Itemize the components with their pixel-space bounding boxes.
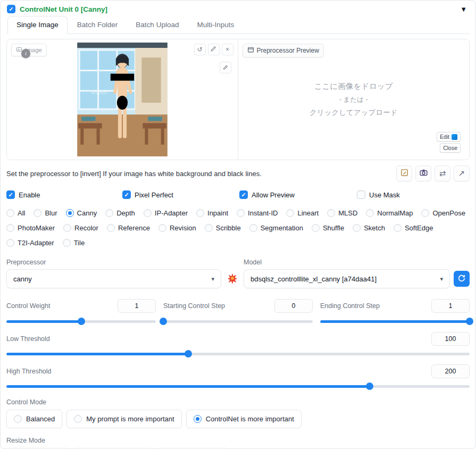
edit-button-label: Edit [440, 134, 449, 140]
radio-icon [107, 224, 115, 232]
preprocessor-label: Preprocessor [6, 259, 221, 266]
control-type-option[interactable]: Canny [66, 209, 97, 217]
tab[interactable]: Multi-Inputs [188, 16, 243, 34]
control-type-option[interactable]: Depth [105, 209, 135, 217]
high-threshold-slider[interactable] [6, 383, 470, 390]
control-type-label: PhotoMaker [18, 224, 55, 232]
clear-image-button[interactable]: × [222, 44, 233, 55]
low-threshold-block: Low Threshold [6, 332, 470, 357]
slider-handle[interactable] [466, 318, 473, 325]
control-type-label: Reference [118, 224, 150, 232]
mirror-webcam-button[interactable]: ⇄ [435, 165, 450, 181]
toggle-option[interactable]: Pixel Perfect [122, 190, 239, 199]
send-dimensions-button[interactable]: ↗ [454, 165, 470, 181]
control-type-label: OpenPose [432, 209, 465, 217]
control-mode-option[interactable]: Balanced [6, 410, 62, 428]
close-button-label: Close [443, 145, 457, 151]
control-type-option[interactable]: Revision [158, 224, 196, 232]
control-type-label: Canny [77, 209, 97, 217]
starting-step-input[interactable] [274, 299, 313, 313]
watermark-text: artdash [91, 90, 107, 95]
input-image-placeholder: artdash [77, 43, 168, 156]
undo-button[interactable]: ↺ [194, 44, 206, 55]
new-canvas-button[interactable] [396, 165, 412, 181]
control-type-option[interactable]: Inpaint [196, 209, 228, 217]
control-type-option[interactable]: Scribble [205, 224, 241, 232]
control-mode-option[interactable]: My prompt is more important [66, 410, 181, 428]
refresh-models-button[interactable] [454, 271, 470, 287]
info-icon[interactable]: i [21, 49, 30, 58]
radio-icon [63, 239, 71, 247]
input-image[interactable]: artdash [77, 43, 168, 156]
control-type-option[interactable]: Sketch [353, 224, 385, 232]
control-type-option[interactable]: Reference [107, 224, 150, 232]
control-type-option[interactable]: MLSD [327, 209, 357, 217]
brush-button[interactable] [220, 62, 231, 73]
control-type-option[interactable]: PhotoMaker [6, 224, 55, 232]
control-mode-option[interactable]: ControlNet is more important [186, 410, 302, 428]
control-type-option[interactable]: All [6, 209, 25, 217]
starting-step-slider[interactable] [163, 318, 313, 325]
control-mode-option-label: ControlNet is more important [206, 415, 294, 423]
toggle-option[interactable]: Allow Preview [239, 190, 357, 199]
control-type-option[interactable]: SoftEdge [394, 224, 433, 232]
edit-image-button[interactable] [208, 44, 220, 55]
slider-handle[interactable] [160, 318, 167, 325]
radio-icon [63, 224, 71, 232]
control-type-option[interactable]: OpenPose [421, 209, 465, 217]
model-dropdown[interactable]: bdsqlsz_controlllite_xl_canny [a74daa41]… [244, 269, 450, 288]
ending-step-input[interactable] [431, 299, 470, 313]
control-type-option[interactable]: Lineart [286, 209, 319, 217]
control-type-option[interactable]: IP-Adapter [144, 209, 188, 217]
control-type-label: Revision [170, 224, 196, 232]
control-type-label: T2I-Adapter [18, 239, 54, 247]
close-preview-button[interactable]: Close [440, 143, 461, 153]
tab[interactable]: Single Image [7, 16, 68, 34]
control-mode-section: Control Mode Balanced My prompt is more … [6, 398, 470, 428]
control-type-option[interactable]: Shuffle [312, 224, 344, 232]
low-threshold-input[interactable] [431, 332, 470, 346]
preview-corner-buttons: Edit Close [437, 132, 461, 153]
low-threshold-label: Low Threshold [6, 335, 50, 343]
control-type-option[interactable]: Segmentation [249, 224, 303, 232]
slider-handle[interactable] [366, 383, 373, 390]
radio-icon [249, 224, 257, 232]
webcam-button[interactable] [415, 165, 431, 181]
toggle-option[interactable]: Enable [6, 190, 122, 199]
control-type-label: Depth [116, 209, 135, 217]
unit-header: ControlNet Unit 0 [Canny] ▼ [6, 3, 470, 16]
toggle-option[interactable]: Use Mask [357, 190, 470, 199]
run-preprocessor-button[interactable] [225, 271, 240, 286]
unit-enable-checkbox[interactable] [7, 5, 15, 13]
control-type-option[interactable]: Blur [34, 209, 57, 217]
slider-handle[interactable] [78, 318, 85, 325]
control-weight-input[interactable] [118, 299, 156, 313]
high-threshold-input[interactable] [431, 364, 470, 378]
edit-in-photopea-button[interactable]: Edit [437, 132, 461, 142]
slider-handle[interactable] [185, 350, 192, 357]
photopea-icon [452, 134, 457, 140]
control-type-option[interactable]: NormalMap [366, 209, 413, 217]
toggle-label: Use Mask [369, 191, 400, 199]
low-threshold-slider[interactable] [6, 350, 470, 357]
control-type-label: NormalMap [377, 209, 413, 217]
model-value: bdsqlsz_controlllite_xl_canny [a74daa41] [250, 275, 437, 283]
webcam-icon [419, 168, 428, 179]
control-type-group: All Blur Canny Depth IP-Adapter [6, 209, 470, 247]
control-type-label: Recolor [74, 224, 98, 232]
control-type-label: Lineart [297, 209, 319, 217]
control-type-option[interactable]: Recolor [63, 224, 98, 232]
control-type-option[interactable]: Tile [63, 239, 85, 247]
tab[interactable]: Batch Upload [127, 16, 187, 34]
dropzone-line-1: ここに画像をドロップ [314, 81, 393, 92]
ending-step-slider[interactable] [320, 318, 470, 325]
control-weight-block: Control Weight [6, 299, 156, 325]
control-type-label: Shuffle [323, 224, 344, 232]
tab[interactable]: Batch Folder [69, 16, 127, 34]
upload-dropzone[interactable]: ここに画像をドロップ - または - クリックしてアップロード [238, 39, 470, 160]
collapse-icon[interactable]: ▼ [460, 5, 469, 13]
control-type-option[interactable]: T2I-Adapter [6, 239, 54, 247]
preprocessor-dropdown[interactable]: canny ▾ [6, 269, 221, 288]
control-type-option[interactable]: Instant-ID [237, 209, 278, 217]
control-weight-slider[interactable] [6, 318, 156, 325]
